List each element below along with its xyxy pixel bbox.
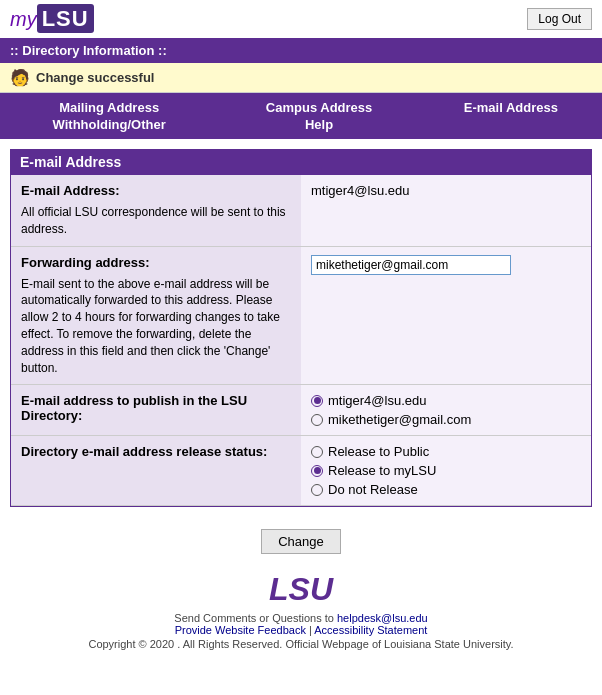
label-official-email-bold: E-mail Address: <box>21 183 120 198</box>
tab-email-address[interactable]: E-mail Address <box>464 100 558 115</box>
success-icon: 🧑 <box>10 68 30 87</box>
radio-dot-release-mylsu <box>311 465 323 477</box>
radio-label-release-none: Do not Release <box>328 482 418 497</box>
logout-button[interactable]: Log Out <box>527 8 592 30</box>
radio-label-release-mylsu: Release to myLSU <box>328 463 436 478</box>
label-forwarding-desc: E-mail sent to the above e-mail address … <box>21 276 291 377</box>
info-table: E-mail Address: All official LSU corresp… <box>11 175 591 506</box>
change-button[interactable]: Change <box>261 529 341 554</box>
forwarding-input[interactable] <box>311 255 511 275</box>
footer-copyright: Copyright © 2020 . All Rights Reserved. … <box>0 638 602 658</box>
label-forwarding: Forwarding address: E-mail sent to the a… <box>11 246 301 385</box>
label-publish-email: E-mail address to publish in the LSU Dir… <box>11 385 301 436</box>
radio-release-public[interactable]: Release to Public <box>311 444 581 459</box>
radio-release-none[interactable]: Do not Release <box>311 482 581 497</box>
radio-release-mylsu[interactable]: Release to myLSU <box>311 463 581 478</box>
footer-logo-area: LSU <box>0 566 602 610</box>
value-official-email: mtiger4@lsu.edu <box>301 175 591 246</box>
footer-links: Send Comments or Questions to helpdesk@l… <box>0 610 602 638</box>
logo-my: my <box>10 8 37 30</box>
nav-title: Directory Information <box>22 43 154 58</box>
tab-mailing-address[interactable]: Mailing Address <box>59 100 159 115</box>
table-row: E-mail address to publish in the LSU Dir… <box>11 385 591 436</box>
value-release-status: Release to Public Release to myLSU Do no… <box>301 436 591 506</box>
footer-feedback-link[interactable]: Provide Website Feedback <box>175 624 306 636</box>
header: myLSU Log Out <box>0 0 602 38</box>
section-title: E-mail Address <box>10 149 592 175</box>
radio-dot-publish-gmail <box>311 414 323 426</box>
radio-label-release-public: Release to Public <box>328 444 429 459</box>
radio-label-publish-gmail: mikethetiger@gmail.com <box>328 412 471 427</box>
content-area: E-mail Address: All official LSU corresp… <box>10 175 592 507</box>
radio-dot-publish-lsu <box>311 395 323 407</box>
footer-send-comments: Send Comments or Questions to <box>174 612 334 624</box>
tab-campus-address[interactable]: Campus Address <box>266 100 372 115</box>
nav-dot-right: :: <box>158 43 167 58</box>
logo-lsu: LSU <box>37 4 94 33</box>
value-forwarding <box>301 246 591 385</box>
footer-lsu-logo: LSU <box>0 571 602 608</box>
nav-dot-left: :: <box>10 43 19 58</box>
radio-publish-lsu[interactable]: mtiger4@lsu.edu <box>311 393 581 408</box>
label-official-email-desc: All official LSU correspondence will be … <box>21 204 291 238</box>
label-release-status: Directory e-mail address release status: <box>11 436 301 506</box>
tab-withholding[interactable]: Withholding/Other <box>53 117 166 132</box>
footer-accessibility-link[interactable]: Accessibility Statement <box>314 624 427 636</box>
radio-publish-gmail[interactable]: mikethetiger@gmail.com <box>311 412 581 427</box>
label-forwarding-bold: Forwarding address: <box>21 255 150 270</box>
label-publish-email-bold: E-mail address to publish in the LSU Dir… <box>21 393 247 423</box>
table-row: Directory e-mail address release status:… <box>11 436 591 506</box>
tab-nav: Mailing Address Campus Address E-mail Ad… <box>0 93 602 139</box>
label-release-status-bold: Directory e-mail address release status: <box>21 444 267 459</box>
release-status-radio-group: Release to Public Release to myLSU Do no… <box>311 444 581 497</box>
table-row: Forwarding address: E-mail sent to the a… <box>11 246 591 385</box>
button-area: Change <box>0 517 602 566</box>
tab-help[interactable]: Help <box>305 117 333 132</box>
publish-email-radio-group: mtiger4@lsu.edu mikethetiger@gmail.com <box>311 393 581 427</box>
footer-email-link[interactable]: helpdesk@lsu.edu <box>337 612 428 624</box>
label-official-email: E-mail Address: All official LSU corresp… <box>11 175 301 246</box>
radio-dot-release-none <box>311 484 323 496</box>
radio-dot-release-public <box>311 446 323 458</box>
radio-label-publish-lsu: mtiger4@lsu.edu <box>328 393 426 408</box>
success-message: Change successful <box>36 70 155 85</box>
logo: myLSU <box>10 6 94 32</box>
value-publish-email: mtiger4@lsu.edu mikethetiger@gmail.com <box>301 385 591 436</box>
success-bar: 🧑 Change successful <box>0 63 602 93</box>
nav-bar: :: Directory Information :: <box>0 38 602 63</box>
table-row: E-mail Address: All official LSU corresp… <box>11 175 591 246</box>
